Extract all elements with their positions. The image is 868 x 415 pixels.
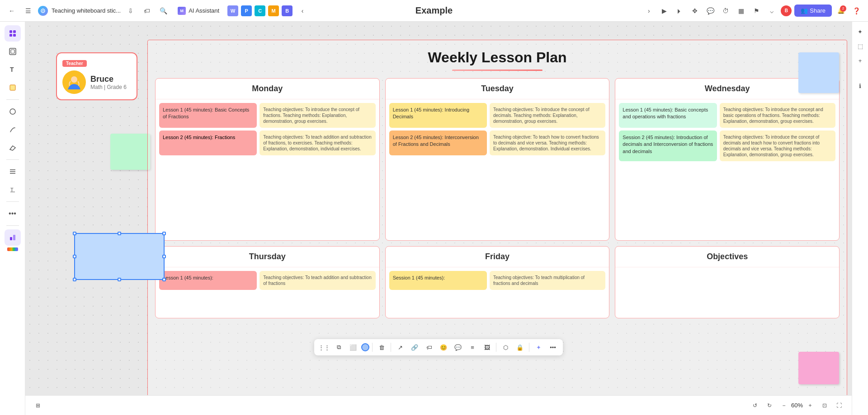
collapse-toolbar-button[interactable]: ‹ bbox=[296, 5, 309, 17]
float-ai-btn[interactable]: ✦ bbox=[532, 341, 545, 354]
top-toolbar: ← ☰ Teaching whiteboard stic... ⇩ 🏷 🔍 M … bbox=[0, 0, 868, 22]
selection-handle-bc[interactable] bbox=[118, 278, 121, 281]
float-lock-btn[interactable]: 🔒 bbox=[514, 341, 526, 354]
share-button[interactable]: 👥 Share bbox=[794, 5, 832, 17]
float-more-btn[interactable]: ••• bbox=[547, 341, 559, 354]
thursday-header: Thursday bbox=[156, 247, 379, 267]
sidebar-icon-more[interactable]: ••• bbox=[5, 205, 21, 222]
help-button[interactable]: ❓ bbox=[850, 5, 863, 17]
download-button[interactable]: ⇩ bbox=[124, 5, 137, 17]
selection-handle-ml[interactable] bbox=[73, 255, 76, 258]
zoom-out-button[interactable]: − bbox=[778, 400, 789, 411]
zoom-in-button[interactable]: + bbox=[805, 400, 816, 411]
right-sidebar-plus[interactable]: + bbox=[854, 54, 867, 67]
plugin-icon-3[interactable]: C bbox=[255, 5, 265, 16]
teacher-info: Bruce Math | Grade 6 bbox=[62, 70, 131, 94]
sidebar-icon-eraser[interactable] bbox=[5, 140, 21, 156]
tag-button[interactable]: 🏷 bbox=[141, 5, 153, 17]
flag-button[interactable]: ⚑ bbox=[750, 5, 763, 17]
table-button[interactable]: ▦ bbox=[735, 5, 747, 17]
play-button[interactable]: ⏵ bbox=[673, 5, 686, 17]
presentation-button[interactable]: ▶ bbox=[658, 5, 670, 17]
redo-button[interactable]: ↻ bbox=[764, 400, 775, 411]
wednesday-lesson1-obj-text: Teaching objectives: To introduce the co… bbox=[723, 107, 832, 124]
more-options-button[interactable]: ⌵ bbox=[765, 5, 778, 17]
plugin-icon-4[interactable]: M bbox=[268, 5, 279, 16]
cursor-button[interactable]: ✥ bbox=[689, 5, 701, 17]
layers-button[interactable]: ⊞ bbox=[33, 400, 43, 411]
back-button[interactable]: ← bbox=[5, 5, 18, 17]
canvas-area[interactable]: Teacher Bruce Math | Grade 6 bbox=[25, 22, 852, 415]
day-column-friday: Friday Session 1 (45 minutes): Teaching … bbox=[385, 246, 610, 318]
wednesday-lesson2-title: Session 2 (45 minutes): Introduction of … bbox=[623, 134, 713, 155]
svg-point-1 bbox=[42, 10, 44, 11]
selection-handle-tl[interactable] bbox=[73, 232, 76, 235]
float-color-circle[interactable] bbox=[361, 343, 369, 351]
plugin-icon-1[interactable]: W bbox=[227, 5, 238, 16]
fit-view-button[interactable]: ⊡ bbox=[819, 400, 830, 411]
svg-rect-17 bbox=[13, 235, 15, 240]
plugin-icon-2[interactable]: P bbox=[241, 5, 252, 16]
float-connect-btn[interactable]: ⬡ bbox=[499, 341, 512, 354]
teacher-card: Teacher Bruce Math | Grade 6 bbox=[56, 52, 137, 100]
float-grid-btn[interactable]: ⋮⋮ bbox=[318, 341, 330, 354]
monday-lesson1-pair: Lesson 1 (45 minutes): Basic Concepts of… bbox=[159, 103, 376, 128]
selection-handle-bl[interactable] bbox=[73, 278, 76, 281]
days-grid-top: Monday Lesson 1 (45 minutes): Basic Conc… bbox=[148, 78, 847, 241]
sidebar-icon-list[interactable] bbox=[5, 163, 21, 180]
float-link-btn[interactable]: 🔗 bbox=[408, 341, 421, 354]
float-copy-btn[interactable]: ⧉ bbox=[332, 341, 345, 354]
bottom-bar-left: ⊞ bbox=[33, 400, 43, 411]
timer-button[interactable]: ⏱ bbox=[719, 5, 732, 17]
right-sidebar-magic[interactable]: ✦ bbox=[854, 25, 867, 38]
sidebar-icon-sticky[interactable] bbox=[5, 79, 21, 96]
float-image-btn[interactable]: 🖼 bbox=[481, 341, 493, 354]
float-text-btn[interactable]: ≡ bbox=[466, 341, 479, 354]
selection-handle-tc[interactable] bbox=[118, 232, 121, 235]
teacher-details: Bruce Math | Grade 6 bbox=[90, 75, 127, 90]
tuesday-lesson1-objectives: Teaching objectives: To introduce the co… bbox=[490, 103, 605, 128]
float-shape-btn[interactable]: ⬜ bbox=[347, 341, 359, 354]
svg-point-10 bbox=[10, 109, 15, 114]
menu-button[interactable]: ☰ bbox=[22, 5, 34, 17]
toolbar-left: ← ☰ Teaching whiteboard stic... ⇩ 🏷 🔍 M … bbox=[5, 5, 639, 17]
float-delete-btn[interactable]: 🗑 bbox=[375, 341, 388, 354]
sidebar-icon-pen[interactable] bbox=[5, 121, 21, 138]
svg-rect-9 bbox=[10, 85, 15, 90]
selection-handle-tr[interactable] bbox=[162, 232, 166, 235]
wednesday-lesson2-objectives: Teaching objectives: To introduce the co… bbox=[720, 131, 835, 161]
sidebar-icon-home[interactable] bbox=[5, 25, 21, 42]
ai-assistant-button[interactable]: M AI Assistant bbox=[173, 5, 224, 17]
search-button[interactable]: 🔍 bbox=[157, 5, 170, 17]
fullscreen-button[interactable]: ⛶ bbox=[834, 400, 844, 411]
selection-handle-mr[interactable] bbox=[162, 255, 166, 258]
monday-lesson1-objectives: Teaching objectives: To introduce the co… bbox=[259, 103, 375, 128]
days-grid-bottom: Thursday Lesson 1 (45 minutes): Teaching… bbox=[148, 246, 847, 318]
sidebar-icon-branding[interactable] bbox=[5, 229, 21, 246]
float-divider-1 bbox=[372, 343, 373, 352]
notification-button[interactable]: 🔔 2 bbox=[835, 5, 847, 17]
selection-handle-br[interactable] bbox=[162, 278, 166, 281]
sidebar-divider-3 bbox=[6, 201, 19, 202]
undo-button[interactable]: ↺ bbox=[750, 400, 760, 411]
float-tag-btn[interactable]: 🏷 bbox=[423, 341, 435, 354]
forward-nav-button[interactable]: › bbox=[642, 5, 655, 17]
sidebar-icon-text2[interactable]: T bbox=[5, 182, 21, 198]
float-emoji-btn[interactable]: 😊 bbox=[437, 341, 450, 354]
selected-blue-rect[interactable] bbox=[74, 233, 165, 280]
float-arrow-btn[interactable]: ↗ bbox=[394, 341, 406, 354]
right-sidebar-frame[interactable]: ⬚ bbox=[854, 40, 867, 52]
plugin-icon-5[interactable]: B bbox=[282, 5, 292, 16]
wednesday-lesson1-card: Lesson 1 (45 minutes): Basic concepts an… bbox=[619, 103, 717, 128]
svg-rect-16 bbox=[10, 237, 12, 240]
teacher-name: Bruce bbox=[90, 75, 127, 84]
sidebar-icon-frames[interactable] bbox=[5, 43, 21, 60]
day-column-wednesday: Wednesday Lesson 1 (45 minutes): Basic c… bbox=[615, 78, 840, 241]
comment-button[interactable]: 💬 bbox=[704, 5, 717, 17]
lesson-plan-underline bbox=[452, 70, 542, 71]
sidebar-icon-shapes[interactable] bbox=[5, 103, 21, 120]
monday-lesson1-title: Lesson 1 (45 minutes): Basic Concepts of… bbox=[163, 107, 253, 121]
float-chat-btn[interactable]: 💬 bbox=[452, 341, 464, 354]
sidebar-icon-text[interactable]: T bbox=[5, 61, 21, 78]
right-sidebar-info[interactable]: ℹ bbox=[854, 79, 867, 92]
